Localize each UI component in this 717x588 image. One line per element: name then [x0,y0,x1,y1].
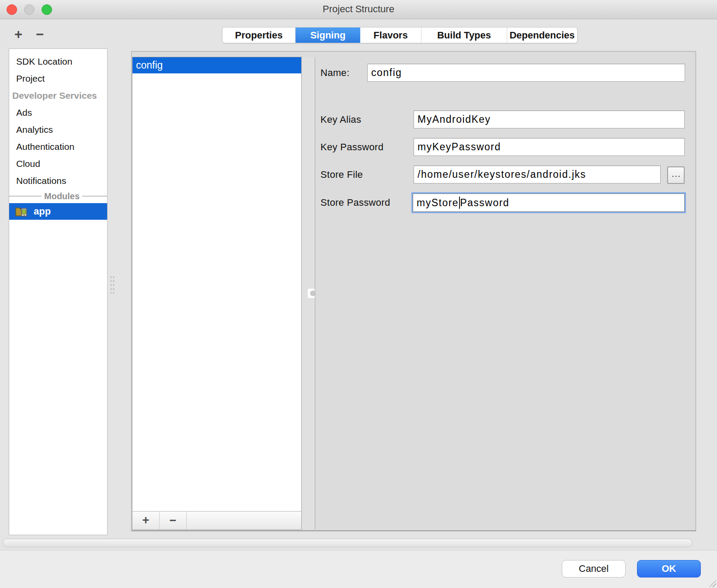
config-list-empty-area[interactable] [132,73,301,511]
add-config-button[interactable]: + [132,512,160,529]
ok-button[interactable]: OK [637,560,701,578]
store-password-text-before-caret: myStore [417,197,459,209]
sidebar-item-app-module[interactable]: app [9,203,107,220]
name-label: Name: [320,64,349,82]
sidebar-item-analytics[interactable]: Analytics [9,121,107,138]
store-file-label: Store File [320,166,363,184]
remove-config-button[interactable]: − [160,512,187,529]
store-file-input[interactable] [414,166,661,183]
status-bar [3,539,693,547]
sidebar-item-authentication[interactable]: Authentication [9,138,107,155]
key-password-input[interactable] [414,138,685,156]
tab-flavors[interactable]: Flavors [360,28,421,43]
cancel-button[interactable]: Cancel [562,560,626,578]
separator-line [82,196,107,197]
window-resize-grip[interactable] [710,581,716,587]
tab-properties[interactable]: Properties [223,28,296,43]
signing-config-list: config + − [132,57,302,530]
module-label: app [34,206,51,217]
name-input[interactable] [367,64,685,82]
store-password-text-after-caret: Password [460,197,509,209]
store-password-label: Store Password [320,194,390,212]
list-item-config[interactable]: config [132,57,301,73]
config-list-toolbar: + − [132,511,301,529]
sidebar-item-ads[interactable]: Ads [9,104,107,121]
sidebar-item-sdk-location[interactable]: SDK Location [9,53,107,70]
key-alias-label: Key Alias [320,111,361,129]
key-password-label: Key Password [320,138,383,156]
tab-build-types[interactable]: Build Types [421,28,507,43]
tab-signing[interactable]: Signing [296,28,360,43]
tab-dependencies[interactable]: Dependencies [507,28,577,43]
sidebar-item-notifications[interactable]: Notifications [9,172,107,189]
sidebar-drag-grip[interactable] [110,275,115,294]
android-module-icon [15,206,29,217]
key-alias-input[interactable] [414,111,685,128]
sidebar: SDK Location Project Developer Services … [9,48,108,535]
sidebar-add-icon[interactable]: + [14,28,22,41]
sidebar-item-cloud[interactable]: Cloud [9,155,107,172]
title-bar: Project Structure [0,0,717,19]
sidebar-item-project[interactable]: Project [9,70,107,87]
tab-bar: Properties Signing Flavors Build Types D… [222,27,578,43]
sidebar-remove-icon[interactable]: − [36,28,44,41]
window-title: Project Structure [0,0,717,19]
modules-header-label: Modules [44,191,80,201]
sidebar-header-developer-services: Developer Services [9,87,107,104]
separator-line [9,196,42,197]
modules-separator: Modules [9,189,107,203]
browse-store-file-button[interactable]: … [667,166,685,184]
store-password-input[interactable]: myStore Password [413,194,685,212]
